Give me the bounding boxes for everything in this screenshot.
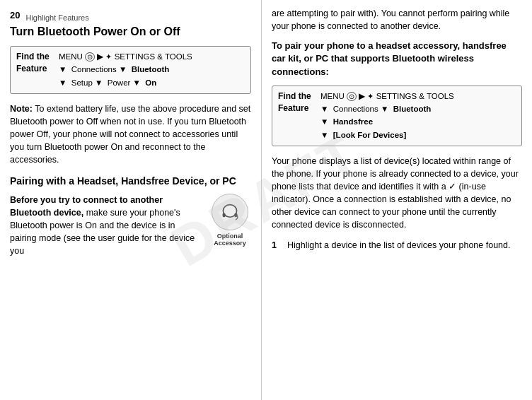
step-1-text: Highlight a device in the list of device… [287,239,510,252]
sub-text-1a: ▼ Connections ▼ Bluetooth [59,64,169,76]
note-paragraph: Note: To extend battery life, use the ab… [10,102,251,167]
pairing-continuation: are attempting to pair with). You cannot… [272,7,522,33]
pairing-title: Pairing with a Headset, Handsfree Device… [10,175,251,187]
body-text: Your phone displays a list of device(s) … [272,155,522,232]
menu-text-2: MENU ⊙ ▶ ✦ SETTINGS & TOOLS [320,90,454,102]
left-title: Turn Bluetooth Power On or Off [10,25,251,39]
accessory-icon-block: OptionalAccessory [209,194,251,247]
page-wrapper: DRAFT 20 Highlight Features Turn Bluetoo… [0,0,532,400]
find-feature-label-2: Find theFeature [278,90,315,141]
accessory-label-text: OptionalAccessory [214,233,246,247]
sub-text-2b: ▼ Handsfree [320,116,373,128]
page-number: 20 [10,10,20,20]
find-feature-box-1: Find theFeature MENU ⊙ ▶ ✦ SETTINGS & TO… [10,46,251,94]
find-feature-content-1: MENU ⊙ ▶ ✦ SETTINGS & TOOLS ▼ Connection… [59,51,192,89]
pairing-intro-text: Before you try to connect to another Blu… [10,194,202,258]
sub-row-1b: ▼ Setup ▼ Power ▼ On [59,77,192,89]
left-column: 20 Highlight Features Turn Bluetooth Pow… [0,0,262,400]
sub-row-2c: ▼ [Look For Devices] [320,129,454,141]
menu-text-1: MENU ⊙ ▶ ✦ SETTINGS & TOOLS [59,51,192,63]
sub-text-1b: ▼ Setup ▼ Power ▼ On [59,77,156,89]
sub-row-2b: ▼ Handsfree [320,116,454,128]
step-1-number: 1 [272,239,282,252]
menu-row-1: MENU ⊙ ▶ ✦ SETTINGS & TOOLS [59,51,192,63]
find-feature-content-2: MENU ⊙ ▶ ✦ SETTINGS & TOOLS ▼ Connection… [320,90,454,141]
sub-text-2a: ▼ Connections ▼ Bluetooth [320,103,431,115]
bold-intro-text: To pair your phone to a headset accessor… [272,40,522,78]
menu-row-2: MENU ⊙ ▶ ✦ SETTINGS & TOOLS [320,90,454,102]
note-label: Note: [10,104,33,114]
sub-text-2c: ▼ [Look For Devices] [320,129,406,141]
note-text: To extend battery life, use the above pr… [10,104,250,165]
step-list: 1 Highlight a device in the list of devi… [272,239,522,252]
page: 20 Highlight Features Turn Bluetooth Pow… [0,0,532,400]
pairing-section: Pairing with a Headset, Handsfree Device… [10,175,251,264]
right-column: are attempting to pair with). You cannot… [262,0,532,400]
headset-icon [219,201,241,223]
accessory-circle [212,194,248,230]
sub-row-2a: ▼ Connections ▼ Bluetooth [320,103,454,115]
svg-rect-1 [223,213,226,217]
page-section-label: Highlight Features [25,13,88,22]
find-feature-label-1: Find theFeature [16,51,53,89]
sub-row-1a: ▼ Connections ▼ Bluetooth [59,64,192,76]
pairing-intro: Before you try to connect to another Blu… [10,194,251,265]
page-footer-left: 20 Highlight Features [10,10,251,25]
step-1: 1 Highlight a device in the list of devi… [272,239,522,252]
find-feature-box-2: Find theFeature MENU ⊙ ▶ ✦ SETTINGS & TO… [272,86,522,146]
